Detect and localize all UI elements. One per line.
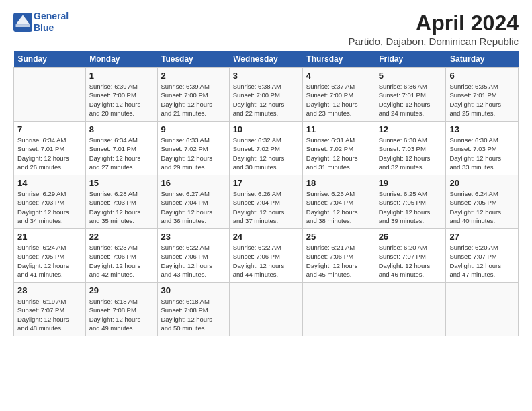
day-number: 9 <box>161 124 226 134</box>
header-tuesday: Tuesday <box>157 51 229 68</box>
day-info: Sunrise: 6:33 AM Sunset: 7:02 PM Dayligh… <box>161 136 226 171</box>
day-number: 27 <box>449 232 515 242</box>
calendar-cell <box>375 283 446 336</box>
main-container: General Blue April 2024 Partido, Dajabon… <box>0 0 532 343</box>
calendar-week-2: 7Sunrise: 6:34 AM Sunset: 7:01 PM Daylig… <box>14 122 519 175</box>
title-block: April 2024 Partido, Dajabon, Dominican R… <box>349 11 519 47</box>
day-number: 18 <box>306 178 371 188</box>
logo-line2: Blue <box>34 22 69 34</box>
day-info: Sunrise: 6:27 AM Sunset: 7:04 PM Dayligh… <box>161 189 226 225</box>
day-info: Sunrise: 6:30 AM Sunset: 7:03 PM Dayligh… <box>449 136 515 171</box>
day-number: 22 <box>89 232 154 242</box>
calendar-cell: 12Sunrise: 6:30 AM Sunset: 7:03 PM Dayli… <box>375 122 446 175</box>
day-info: Sunrise: 6:23 AM Sunset: 7:06 PM Dayligh… <box>89 243 154 279</box>
day-number: 13 <box>449 124 515 134</box>
day-info: Sunrise: 6:18 AM Sunset: 7:08 PM Dayligh… <box>89 297 154 332</box>
day-number: 7 <box>17 124 82 134</box>
calendar-cell: 21Sunrise: 6:24 AM Sunset: 7:05 PM Dayli… <box>14 229 86 283</box>
day-info: Sunrise: 6:25 AM Sunset: 7:05 PM Dayligh… <box>379 189 443 225</box>
calendar-cell <box>14 68 86 122</box>
day-number: 17 <box>233 178 299 188</box>
calendar-week-3: 14Sunrise: 6:29 AM Sunset: 7:03 PM Dayli… <box>14 175 519 229</box>
calendar-cell: 26Sunrise: 6:20 AM Sunset: 7:07 PM Dayli… <box>375 229 446 283</box>
day-number: 3 <box>233 71 299 81</box>
calendar-cell: 3Sunrise: 6:38 AM Sunset: 7:00 PM Daylig… <box>229 68 302 122</box>
calendar-cell: 11Sunrise: 6:31 AM Sunset: 7:02 PM Dayli… <box>302 122 375 175</box>
calendar-cell: 14Sunrise: 6:29 AM Sunset: 7:03 PM Dayli… <box>14 175 86 229</box>
day-info: Sunrise: 6:31 AM Sunset: 7:02 PM Dayligh… <box>306 136 371 171</box>
header-thursday: Thursday <box>302 51 375 68</box>
calendar-cell: 15Sunrise: 6:28 AM Sunset: 7:03 PM Dayli… <box>85 175 157 229</box>
day-number: 29 <box>89 285 154 295</box>
calendar-cell: 30Sunrise: 6:18 AM Sunset: 7:08 PM Dayli… <box>157 283 229 336</box>
calendar-cell: 28Sunrise: 6:19 AM Sunset: 7:07 PM Dayli… <box>14 283 86 336</box>
calendar-cell: 6Sunrise: 6:35 AM Sunset: 7:01 PM Daylig… <box>446 68 519 122</box>
calendar-cell: 23Sunrise: 6:22 AM Sunset: 7:06 PM Dayli… <box>157 229 229 283</box>
calendar-cell <box>446 283 519 336</box>
calendar-header-row: SundayMondayTuesdayWednesdayThursdayFrid… <box>14 51 519 68</box>
calendar-table: SundayMondayTuesdayWednesdayThursdayFrid… <box>13 51 519 336</box>
month-title: April 2024 <box>349 11 519 36</box>
day-number: 25 <box>306 232 371 242</box>
day-number: 15 <box>89 178 154 188</box>
day-number: 6 <box>449 71 515 81</box>
header-friday: Friday <box>375 51 446 68</box>
calendar-cell: 13Sunrise: 6:30 AM Sunset: 7:03 PM Dayli… <box>446 122 519 175</box>
day-info: Sunrise: 6:39 AM Sunset: 7:00 PM Dayligh… <box>89 82 154 118</box>
day-info: Sunrise: 6:34 AM Sunset: 7:01 PM Dayligh… <box>89 136 154 171</box>
day-info: Sunrise: 6:30 AM Sunset: 7:03 PM Dayligh… <box>379 136 443 171</box>
day-info: Sunrise: 6:19 AM Sunset: 7:07 PM Dayligh… <box>17 297 82 332</box>
calendar-cell: 4Sunrise: 6:37 AM Sunset: 7:00 PM Daylig… <box>302 68 375 122</box>
calendar-cell: 25Sunrise: 6:21 AM Sunset: 7:06 PM Dayli… <box>302 229 375 283</box>
day-info: Sunrise: 6:26 AM Sunset: 7:04 PM Dayligh… <box>306 189 371 225</box>
day-info: Sunrise: 6:21 AM Sunset: 7:06 PM Dayligh… <box>306 243 371 279</box>
day-number: 21 <box>17 232 82 242</box>
day-info: Sunrise: 6:37 AM Sunset: 7:00 PM Dayligh… <box>306 82 371 118</box>
calendar-cell: 2Sunrise: 6:39 AM Sunset: 7:00 PM Daylig… <box>157 68 229 122</box>
day-number: 30 <box>161 285 226 295</box>
calendar-cell: 20Sunrise: 6:24 AM Sunset: 7:05 PM Dayli… <box>446 175 519 229</box>
header-sunday: Sunday <box>14 51 86 68</box>
header-wednesday: Wednesday <box>229 51 302 68</box>
calendar-cell: 10Sunrise: 6:32 AM Sunset: 7:02 PM Dayli… <box>229 122 302 175</box>
logo-icon <box>13 13 32 32</box>
day-number: 4 <box>306 71 371 81</box>
header-saturday: Saturday <box>446 51 519 68</box>
day-info: Sunrise: 6:29 AM Sunset: 7:03 PM Dayligh… <box>17 189 82 225</box>
day-info: Sunrise: 6:20 AM Sunset: 7:07 PM Dayligh… <box>379 243 443 279</box>
calendar-cell: 19Sunrise: 6:25 AM Sunset: 7:05 PM Dayli… <box>375 175 446 229</box>
calendar-cell: 5Sunrise: 6:36 AM Sunset: 7:01 PM Daylig… <box>375 68 446 122</box>
header-monday: Monday <box>85 51 157 68</box>
day-info: Sunrise: 6:20 AM Sunset: 7:07 PM Dayligh… <box>449 243 515 279</box>
calendar-cell: 8Sunrise: 6:34 AM Sunset: 7:01 PM Daylig… <box>85 122 157 175</box>
calendar-cell: 9Sunrise: 6:33 AM Sunset: 7:02 PM Daylig… <box>157 122 229 175</box>
day-number: 12 <box>379 124 443 134</box>
day-info: Sunrise: 6:34 AM Sunset: 7:01 PM Dayligh… <box>17 136 82 171</box>
day-info: Sunrise: 6:39 AM Sunset: 7:00 PM Dayligh… <box>161 82 226 118</box>
day-number: 28 <box>17 285 82 295</box>
calendar-cell: 16Sunrise: 6:27 AM Sunset: 7:04 PM Dayli… <box>157 175 229 229</box>
day-number: 1 <box>89 71 154 81</box>
calendar-week-5: 28Sunrise: 6:19 AM Sunset: 7:07 PM Dayli… <box>14 283 519 336</box>
logo: General Blue <box>13 11 69 34</box>
day-number: 24 <box>233 232 299 242</box>
day-number: 2 <box>161 71 226 81</box>
calendar-cell: 27Sunrise: 6:20 AM Sunset: 7:07 PM Dayli… <box>446 229 519 283</box>
day-info: Sunrise: 6:32 AM Sunset: 7:02 PM Dayligh… <box>233 136 299 171</box>
day-info: Sunrise: 6:26 AM Sunset: 7:04 PM Dayligh… <box>233 189 299 225</box>
calendar-cell: 7Sunrise: 6:34 AM Sunset: 7:01 PM Daylig… <box>14 122 86 175</box>
calendar-cell <box>302 283 375 336</box>
day-number: 14 <box>17 178 82 188</box>
day-number: 10 <box>233 124 299 134</box>
day-info: Sunrise: 6:22 AM Sunset: 7:06 PM Dayligh… <box>161 243 226 279</box>
calendar-cell: 29Sunrise: 6:18 AM Sunset: 7:08 PM Dayli… <box>85 283 157 336</box>
calendar-cell: 17Sunrise: 6:26 AM Sunset: 7:04 PM Dayli… <box>229 175 302 229</box>
location-subtitle: Partido, Dajabon, Dominican Republic <box>349 36 519 47</box>
day-number: 8 <box>89 124 154 134</box>
logo-line1: General <box>34 11 69 22</box>
day-number: 16 <box>161 178 226 188</box>
day-info: Sunrise: 6:22 AM Sunset: 7:06 PM Dayligh… <box>233 243 299 279</box>
day-info: Sunrise: 6:18 AM Sunset: 7:08 PM Dayligh… <box>161 297 226 332</box>
calendar-cell <box>229 283 302 336</box>
day-number: 26 <box>379 232 443 242</box>
